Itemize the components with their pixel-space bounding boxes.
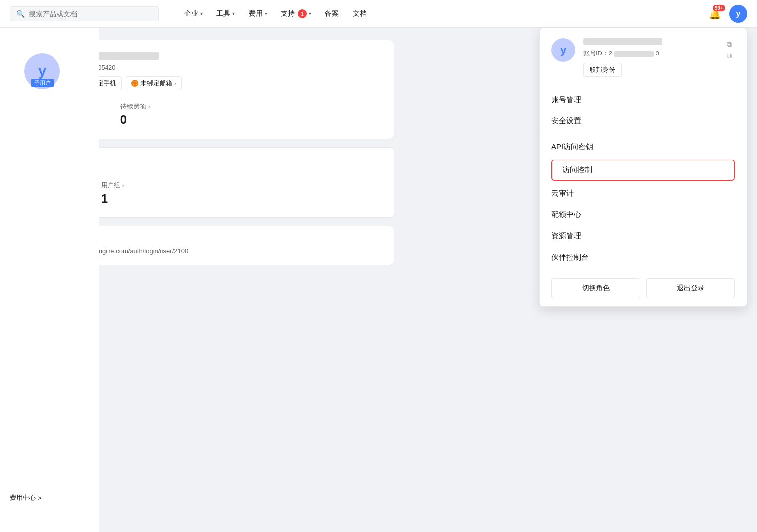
profile-avatar: y 子用户 [24, 53, 60, 89]
support-badge: 1 [298, 9, 307, 18]
cost-center-link[interactable]: 费用中心 > [10, 493, 42, 502]
dropdown-header: y 账号ID：2 0 联邦身份 ⧉ ⧉ [540, 28, 747, 85]
user-name-blur [583, 38, 662, 45]
left-sidebar [0, 28, 99, 532]
menu-item-resource[interactable]: 资源管理 [540, 225, 747, 247]
profile-id: ID: 2100205420 [70, 64, 382, 71]
search-bar[interactable]: 🔍 [10, 6, 159, 21]
dropdown-user-info: 账号ID：2 0 联邦身份 [583, 38, 719, 77]
bell-button[interactable]: 🔔 99+ [709, 8, 721, 20]
nav-right: 🔔 99+ y [709, 5, 747, 23]
nav-item-tools[interactable]: 工具 ▾ [211, 6, 241, 21]
arrow-icon: › [122, 182, 124, 188]
groups-value: 1 [101, 192, 124, 206]
nav-links: 企业 ▾ 工具 ▾ 费用 ▾ 支持 1 ▾ 备案 文档 [178, 6, 709, 21]
menu-item-partner[interactable]: 伙伴控制台 [540, 247, 747, 268]
pending-renewals-stat: 待续费项 › 0 [120, 102, 150, 127]
dropdown-avatar: y [551, 38, 575, 62]
pending-renewals-label[interactable]: 待续费项 › [120, 102, 150, 111]
groups-label[interactable]: 用户组 › [101, 181, 124, 190]
nav-item-docs[interactable]: 文档 [347, 6, 373, 21]
profile-tags: ✓ 已绑定手机 ⓘ 未绑定邮箱 › [70, 76, 382, 90]
chevron-down-icon: ▾ [309, 11, 311, 16]
logout-button[interactable]: 退出登录 [646, 278, 735, 298]
nav-item-filing[interactable]: 备案 [319, 6, 345, 21]
active-item-wrapper: 访问控制 [540, 158, 747, 183]
dropdown-divider [540, 134, 747, 134]
profile-info: ID: 2100205420 ✓ 已绑定手机 ⓘ 未绑定邮箱 › [70, 52, 382, 90]
dropdown-footer: 切换角色 退出登录 [540, 272, 747, 306]
groups-stat: 用户组 › 1 [101, 181, 124, 206]
pending-renewals-value: 0 [120, 113, 150, 127]
dropdown-menu: 账号管理 安全设置 API访问密钥 访问控制 云审计 配额中心 资源管理 伙伴控… [540, 85, 747, 272]
topnav: 🔍 企业 ▾ 工具 ▾ 费用 ▾ 支持 1 ▾ 备案 文档 🔔 99+ [0, 0, 757, 28]
federation-badge[interactable]: 联邦身份 [583, 63, 622, 77]
copy-icons: ⧉ ⧉ [727, 38, 735, 60]
copy-name-icon[interactable]: ⧉ [727, 40, 735, 48]
chevron-down-icon: ▾ [232, 11, 235, 16]
bell-badge: 99+ [713, 5, 725, 11]
menu-item-account[interactable]: 账号管理 [540, 89, 747, 110]
menu-item-quota[interactable]: 配额中心 [540, 204, 747, 225]
user-dropdown-panel: y 账号ID：2 0 联邦身份 ⧉ ⧉ 账号管理 安全设置 API访问密钥 [539, 28, 747, 307]
switch-role-button[interactable]: 切换角色 [551, 278, 640, 298]
chevron-down-icon: ▾ [200, 11, 203, 16]
account-id-blur [614, 51, 654, 57]
search-icon: 🔍 [16, 10, 25, 18]
nav-item-cost[interactable]: 费用 ▾ [243, 6, 273, 21]
arrow-icon: > [38, 494, 42, 502]
menu-item-cloud-audit[interactable]: 云审计 [540, 183, 747, 204]
arrow-icon: › [148, 104, 150, 109]
menu-item-security[interactable]: 安全设置 [540, 110, 747, 132]
nav-item-support[interactable]: 支持 1 ▾ [275, 6, 317, 21]
info-icon: ⓘ [131, 80, 138, 87]
menu-item-access-control[interactable]: 访问控制 [551, 160, 735, 181]
email-tag[interactable]: ⓘ 未绑定邮箱 › [126, 76, 182, 90]
copy-id-icon[interactable]: ⧉ [727, 52, 735, 60]
arrow-icon: › [174, 80, 176, 86]
sub-user-label: 子用户 [31, 79, 54, 87]
search-input[interactable] [29, 10, 152, 18]
nav-item-enterprise[interactable]: 企业 ▾ [178, 6, 209, 21]
user-avatar[interactable]: y [729, 5, 747, 23]
menu-item-api-key[interactable]: API访问密钥 [540, 136, 747, 158]
account-id-row: 账号ID：2 0 [583, 49, 719, 58]
chevron-down-icon: ▾ [265, 11, 267, 16]
